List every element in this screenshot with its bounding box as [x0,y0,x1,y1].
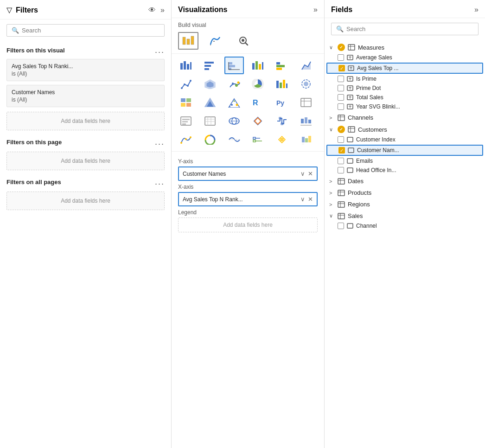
viz-cell-2[interactable] [200,57,220,74]
viz-cell-25[interactable] [176,131,196,148]
average-sales-checkbox[interactable] [338,54,344,61]
calc-icon-6 [347,104,353,109]
avg-sales-top-checkbox[interactable]: ✓ [338,65,345,71]
legend-add-box[interactable]: Add data fields here [178,218,318,232]
viz-cell-1[interactable] [176,57,196,74]
tree-item-prime-dot[interactable]: Prime Dot [325,83,485,93]
x-axis-field-box[interactable]: Avg Sales Top N Rank... ∨ ✕ [178,192,318,206]
fields-expand-button[interactable]: » [474,6,479,14]
y-axis-field-icons: ∨ ✕ [300,170,313,177]
tree-group-regions-header[interactable]: > Regions [325,199,485,210]
viz-cell-28[interactable] [248,131,268,148]
filters-allpages-more-button[interactable]: ... [155,178,165,186]
year-svg-checkbox[interactable] [338,103,344,110]
tree-item-head-office[interactable]: Head Office In... [325,166,485,175]
svg-rect-42 [186,98,191,102]
tree-item-year-svg[interactable]: Year SVG Blinki... [325,102,485,111]
dates-table-icon [338,178,345,185]
viz-cell-27[interactable] [224,131,244,148]
close-icon[interactable]: ✕ [308,170,313,177]
viz-cell-19[interactable] [176,112,196,130]
viz-cell-14[interactable] [200,94,220,111]
filters-search-box[interactable]: 🔍 [6,24,165,37]
viz-cell-5[interactable] [272,57,292,74]
filter-card-avg-sales[interactable]: Avg Sales Top N Ranki... is (All) [6,59,165,81]
filter-card-customer-names[interactable]: Customer Names is (All) [6,85,165,107]
svg-point-84 [280,138,284,141]
viz-tab-format[interactable] [205,32,225,50]
filters-eye-button[interactable]: 👁 [148,6,156,14]
close-icon[interactable]: ✕ [308,196,313,203]
svg-point-48 [231,104,233,106]
viz-cell-3-selected[interactable] [224,57,244,74]
svg-point-28 [184,83,185,85]
tree-item-is-prime[interactable]: Is Prime [325,74,485,83]
viz-cell-30[interactable]: ... [296,131,316,148]
tree-group-products-header[interactable]: > Products [325,187,485,198]
tree-group-customers-header[interactable]: ∨ ✓ Customers [325,124,485,135]
year-svg-label: Year SVG Blinki... [356,103,480,110]
tree-group-channels-header[interactable]: > Channels [325,112,485,123]
viz-cell-11[interactable] [272,75,292,93]
head-office-checkbox[interactable] [338,167,344,173]
regions-label: Regions [348,201,370,208]
viz-cell-29[interactable] [272,131,292,148]
svg-rect-11 [190,62,191,70]
emails-checkbox[interactable] [338,158,344,164]
viz-cell-26[interactable] [200,131,220,148]
viz-cell-21[interactable] [224,112,244,130]
tree-group-dates-header[interactable]: > Dates [325,176,485,186]
fields-search-input[interactable] [346,26,473,32]
viz-cell-24[interactable] [296,112,316,130]
total-sales-checkbox[interactable] [338,94,344,101]
is-prime-label: Is Prime [356,76,480,82]
filters-page-more-button[interactable]: ... [155,138,165,146]
svg-point-76 [185,138,187,140]
customer-index-checkbox[interactable] [338,136,344,143]
viz-cell-9[interactable] [224,75,244,93]
fields-title: Fields [331,6,474,14]
tree-item-avg-sales-top[interactable]: ✓ Avg Sales Top ... [326,63,483,74]
customer-nam-checkbox[interactable]: ✓ [338,147,345,154]
viz-cell-23[interactable] [272,112,292,130]
viz-cell-16[interactable]: R [248,94,268,111]
viz-tab-analytics[interactable] [232,32,252,50]
viz-cell-12[interactable] [296,75,316,93]
prime-dot-checkbox[interactable] [338,85,344,91]
svg-rect-21 [255,61,258,70]
viz-cell-13[interactable] [176,94,196,111]
tree-item-customer-index[interactable]: Customer Index [325,135,485,144]
viz-cell-6[interactable] [296,57,316,74]
is-prime-checkbox[interactable] [338,76,344,82]
tree-item-channel[interactable]: Channel [325,221,485,230]
viz-expand-button[interactable]: » [313,6,318,14]
viz-cell-4[interactable] [248,57,268,74]
fields-search-box[interactable]: 🔍 [331,23,479,35]
filters-visual-add-data[interactable]: Add data fields here [6,112,165,130]
viz-cell-10[interactable] [248,75,268,93]
viz-cell-8[interactable] [200,75,220,93]
viz-cell-22[interactable] [248,112,268,130]
filters-search-input[interactable] [22,27,160,34]
tree-group-sales-header[interactable]: ∨ Sales [325,211,485,221]
tree-item-average-sales[interactable]: Average Sales [325,53,485,62]
filters-allpages-add-data[interactable]: Add data fields here [6,192,165,210]
viz-tab-build[interactable] [178,32,198,50]
y-axis-field-box[interactable]: Customer Names ∨ ✕ [178,166,318,181]
viz-cell-15[interactable] [224,94,244,111]
tree-item-customer-nam[interactable]: ✓ Customer Nam... [326,145,483,156]
filters-page-add-data[interactable]: Add data fields here [6,152,165,170]
viz-cell-18[interactable] [296,94,316,111]
channels-chevron-icon: > [329,115,335,121]
tree-item-emails[interactable]: Emails [325,156,485,166]
viz-cell-17[interactable]: Py [272,94,292,111]
tree-group-measures-header[interactable]: ∨ ✓ Measures [325,42,485,53]
viz-cell-20[interactable] [200,112,220,130]
filters-expand-button[interactable]: » [160,6,165,14]
svg-point-77 [190,136,191,138]
channel-checkbox[interactable] [338,223,344,229]
filters-header-icons: 👁 » [148,6,165,14]
tree-item-total-sales[interactable]: Total Sales [325,93,485,102]
viz-cell-7[interactable] [176,75,196,93]
filters-visual-more-button[interactable]: ... [155,46,165,54]
